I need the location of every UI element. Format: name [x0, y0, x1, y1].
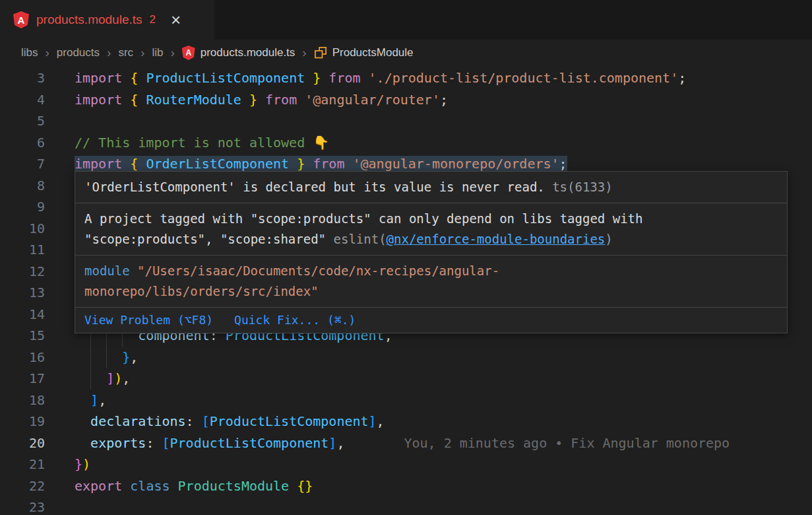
line-content: ],	[75, 390, 812, 411]
breadcrumb-item-products[interactable]: products	[57, 46, 100, 59]
module-path-line1: "/Users/isaac/Documents/code/nx-recipes/…	[137, 263, 499, 278]
chevron-right-icon: ›	[107, 46, 111, 60]
code-line-19[interactable]: 19 declarations: [ProductListComponent],	[0, 411, 812, 432]
chevron-right-icon: ›	[302, 46, 306, 60]
line-number[interactable]: 15	[0, 325, 45, 347]
line-content: import { RouterModule } from '@angular/r…	[75, 89, 812, 111]
code-line-6[interactable]: 6// This import is not allowed 👇	[0, 132, 812, 154]
ts-diagnostic-text: 'OrderListComponent' is declared but its…	[84, 180, 545, 194]
code-line-17[interactable]: 17 ]),	[0, 368, 812, 390]
tab-bar: A products.module.ts 2 ×	[0, 0, 812, 40]
git-blame-annotation: You, 2 minutes ago • Fix Angular monorep…	[404, 435, 730, 451]
line-content: // This import is not allowed 👇	[75, 132, 812, 154]
breadcrumb-item-lib[interactable]: lib	[152, 46, 163, 59]
breadcrumb-item-file[interactable]: A products.module.ts	[182, 46, 296, 60]
line-number[interactable]: 6	[0, 132, 45, 154]
line-number[interactable]: 5	[0, 110, 45, 132]
line-number[interactable]: 19	[0, 411, 45, 432]
indent-guide	[90, 347, 91, 368]
line-number[interactable]: 7	[0, 153, 45, 175]
line-number[interactable]: 22	[0, 475, 45, 497]
code-line-20[interactable]: 20 exports: [ProductListComponent],You, …	[0, 432, 812, 454]
breadcrumb: libs › products › src › lib › A products…	[0, 40, 812, 66]
eslint-diagnostic-line1: A project tagged with "scope:products" c…	[84, 211, 642, 226]
line-number[interactable]: 20	[0, 432, 45, 454]
vscode-window: A products.module.ts 2 × libs › products…	[0, 0, 812, 515]
quick-fix-action[interactable]: Quick Fix... (⌘.)	[234, 312, 356, 329]
chevron-right-icon: ›	[141, 46, 144, 60]
code-line-5[interactable]: 5	[0, 110, 812, 132]
module-keyword: module	[84, 263, 130, 278]
code-line-22[interactable]: 22export class ProductsModule {}	[0, 475, 812, 497]
line-number[interactable]: 4	[0, 89, 45, 111]
angular-icon: A	[182, 46, 195, 60]
line-number[interactable]: 21	[0, 454, 45, 475]
tab-title: products.module.ts	[36, 13, 142, 27]
close-icon[interactable]: ×	[171, 11, 181, 28]
module-path-block: module"/Users/isaac/Documents/code/nx-re…	[75, 256, 787, 308]
line-content: exports: [ProductListComponent],You, 2 m…	[75, 432, 812, 454]
line-content	[75, 497, 812, 515]
breadcrumb-symbol-label: ProductsModule	[332, 46, 414, 59]
chevron-right-icon: ›	[46, 46, 49, 60]
ts-diagnostic-message: 'OrderListComponent' is declared but its…	[75, 172, 787, 203]
code-line-21[interactable]: 21})	[0, 454, 812, 475]
line-number[interactable]: 10	[0, 218, 45, 240]
breadcrumb-item-src[interactable]: src	[118, 46, 133, 59]
angular-icon: A	[13, 11, 29, 28]
line-number[interactable]: 8	[0, 175, 45, 197]
indent-guide	[106, 347, 107, 368]
line-number[interactable]: 23	[0, 497, 45, 515]
line-number[interactable]: 18	[0, 390, 45, 411]
class-symbol-icon	[314, 46, 327, 59]
line-number[interactable]: 12	[0, 261, 45, 283]
code-line-16[interactable]: 16 },	[0, 347, 812, 368]
line-content: declarations: [ProductListComponent],	[75, 411, 812, 432]
breadcrumb-file-label: products.module.ts	[201, 46, 296, 59]
eslint-source-open: eslint(	[334, 232, 387, 246]
line-content	[75, 110, 812, 132]
line-content: export class ProductsModule {}	[75, 475, 812, 497]
code-line-4[interactable]: 4import { RouterModule } from '@angular/…	[0, 89, 812, 111]
line-content: },	[75, 347, 812, 368]
ts-diagnostic-code: ts(6133)	[552, 180, 613, 194]
line-number[interactable]: 11	[0, 239, 45, 261]
line-content: import { ProductListComponent } from './…	[75, 67, 812, 89]
breadcrumb-item-libs[interactable]: libs	[21, 46, 38, 59]
line-number[interactable]: 16	[0, 347, 45, 368]
eslint-rule-link[interactable]: @nx/enforce-module-boundaries	[387, 232, 606, 246]
view-problem-action[interactable]: View Problem (⌥F8)	[84, 312, 213, 329]
module-path-line2: monorepo/libs/orders/src/index"	[84, 284, 319, 298]
line-number[interactable]: 9	[0, 196, 45, 218]
line-number[interactable]: 14	[0, 304, 45, 326]
code-line-3[interactable]: 3import { ProductListComponent } from '.…	[0, 67, 812, 89]
eslint-diagnostic-line2: "scope:products", "scope:shared"	[84, 232, 334, 246]
breadcrumb-item-symbol[interactable]: ProductsModule	[314, 46, 414, 59]
line-number[interactable]: 17	[0, 368, 45, 390]
line-content: })	[75, 454, 812, 475]
code-line-18[interactable]: 18 ],	[0, 390, 812, 411]
code-editor[interactable]: 3import { ProductListComponent } from '.…	[0, 66, 812, 515]
problem-hover-tooltip: 'OrderListComponent' is declared but its…	[75, 171, 788, 333]
eslint-diagnostic-message: A project tagged with "scope:products" c…	[75, 203, 787, 256]
eslint-source-close: )	[605, 232, 612, 246]
chevron-right-icon: ›	[170, 46, 174, 60]
line-content: ]),	[75, 368, 812, 390]
line-number[interactable]: 3	[0, 67, 45, 89]
tab-problem-count-badge: 2	[150, 13, 156, 26]
error-highlighted-code: import { OrderListComponent } from '@ang…	[75, 156, 567, 172]
code-line-23[interactable]: 23	[0, 497, 812, 515]
indent-guide	[90, 368, 91, 390]
tab-products-module[interactable]: A products.module.ts 2 ×	[0, 0, 214, 40]
hover-status-bar: View Problem (⌥F8) Quick Fix... (⌘.)	[75, 308, 787, 333]
line-number[interactable]: 13	[0, 282, 45, 304]
